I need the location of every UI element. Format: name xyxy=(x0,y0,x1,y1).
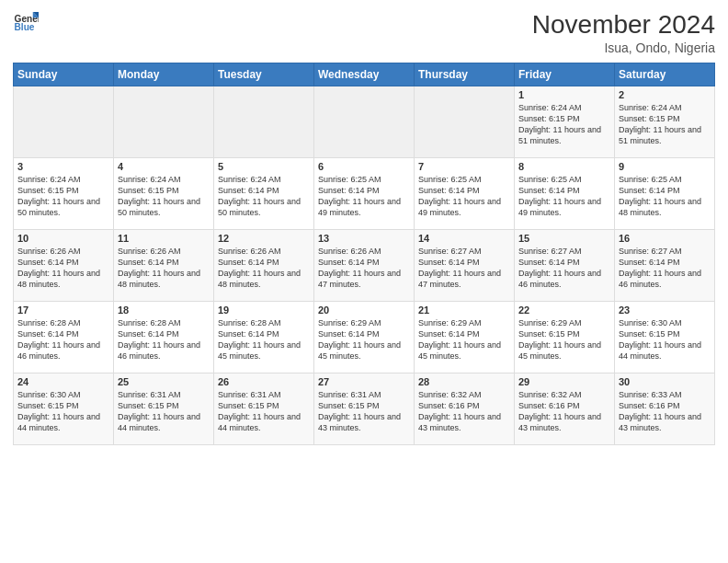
day-number: 1 xyxy=(518,89,610,100)
cell-details: Sunrise: 6:25 AMSunset: 6:14 PMDaylight:… xyxy=(518,174,610,219)
cell-details: Sunrise: 6:33 AMSunset: 6:16 PMDaylight:… xyxy=(619,389,711,434)
day-number: 6 xyxy=(318,161,410,172)
day-number: 21 xyxy=(418,304,510,316)
cell-details: Sunrise: 6:32 AMSunset: 6:16 PMDaylight:… xyxy=(418,389,510,434)
logo: General Blue xyxy=(13,9,39,35)
day-number: 27 xyxy=(318,376,410,387)
day-number: 9 xyxy=(619,161,711,172)
day-number: 22 xyxy=(518,304,610,316)
calendar-cell: 19Sunrise: 6:28 AMSunset: 6:14 PMDayligh… xyxy=(214,301,314,373)
calendar-cell: 21Sunrise: 6:29 AMSunset: 6:14 PMDayligh… xyxy=(415,301,515,373)
day-number: 19 xyxy=(218,304,310,316)
cell-details: Sunrise: 6:27 AMSunset: 6:14 PMDaylight:… xyxy=(418,246,510,291)
weekday-header-row: Sunday Monday Tuesday Wednesday Thursday… xyxy=(14,63,715,86)
day-number: 12 xyxy=(218,233,310,244)
month-year-title: November 2024 xyxy=(532,9,715,40)
cell-details: Sunrise: 6:28 AMSunset: 6:14 PMDaylight:… xyxy=(218,317,310,362)
header-wednesday: Wednesday xyxy=(314,63,415,86)
calendar-cell: 29Sunrise: 6:32 AMSunset: 6:16 PMDayligh… xyxy=(515,373,615,444)
calendar-cell: 20Sunrise: 6:29 AMSunset: 6:14 PMDayligh… xyxy=(314,301,415,373)
calendar-cell: 4Sunrise: 6:24 AMSunset: 6:15 PMDaylight… xyxy=(114,157,214,229)
calendar-cell: 16Sunrise: 6:27 AMSunset: 6:14 PMDayligh… xyxy=(615,229,715,301)
calendar-cell xyxy=(214,86,314,157)
header-monday: Monday xyxy=(114,63,214,86)
calendar-cell: 6Sunrise: 6:25 AMSunset: 6:14 PMDaylight… xyxy=(314,157,415,229)
header: General Blue November 2024 Isua, Ondo, N… xyxy=(13,9,715,55)
cell-details: Sunrise: 6:31 AMSunset: 6:15 PMDaylight:… xyxy=(118,389,210,434)
cell-details: Sunrise: 6:26 AMSunset: 6:14 PMDaylight:… xyxy=(17,246,109,291)
calendar-cell: 10Sunrise: 6:26 AMSunset: 6:14 PMDayligh… xyxy=(14,229,114,301)
day-number: 11 xyxy=(118,233,210,244)
calendar-cell: 9Sunrise: 6:25 AMSunset: 6:14 PMDaylight… xyxy=(615,157,715,229)
cell-details: Sunrise: 6:31 AMSunset: 6:15 PMDaylight:… xyxy=(218,389,310,434)
calendar-body: 1Sunrise: 6:24 AMSunset: 6:15 PMDaylight… xyxy=(14,86,715,444)
cell-details: Sunrise: 6:26 AMSunset: 6:14 PMDaylight:… xyxy=(318,246,410,291)
calendar-cell: 3Sunrise: 6:24 AMSunset: 6:15 PMDaylight… xyxy=(14,157,114,229)
day-number: 26 xyxy=(218,376,310,387)
calendar-cell xyxy=(14,86,114,157)
day-number: 25 xyxy=(118,376,210,387)
cell-details: Sunrise: 6:32 AMSunset: 6:16 PMDaylight:… xyxy=(518,389,610,434)
cell-details: Sunrise: 6:30 AMSunset: 6:15 PMDaylight:… xyxy=(619,317,711,362)
cell-details: Sunrise: 6:26 AMSunset: 6:14 PMDaylight:… xyxy=(118,246,210,291)
calendar-week-1: 1Sunrise: 6:24 AMSunset: 6:15 PMDaylight… xyxy=(14,86,715,157)
cell-details: Sunrise: 6:28 AMSunset: 6:14 PMDaylight:… xyxy=(118,317,210,362)
calendar-cell: 14Sunrise: 6:27 AMSunset: 6:14 PMDayligh… xyxy=(415,229,515,301)
cell-details: Sunrise: 6:24 AMSunset: 6:14 PMDaylight:… xyxy=(218,174,310,219)
calendar-cell: 27Sunrise: 6:31 AMSunset: 6:15 PMDayligh… xyxy=(314,373,415,444)
cell-details: Sunrise: 6:29 AMSunset: 6:15 PMDaylight:… xyxy=(518,317,610,362)
page: General Blue November 2024 Isua, Ondo, N… xyxy=(0,0,728,563)
header-thursday: Thursday xyxy=(415,63,515,86)
calendar-cell: 22Sunrise: 6:29 AMSunset: 6:15 PMDayligh… xyxy=(515,301,615,373)
day-number: 5 xyxy=(218,161,310,172)
calendar-cell: 26Sunrise: 6:31 AMSunset: 6:15 PMDayligh… xyxy=(214,373,314,444)
day-number: 4 xyxy=(118,161,210,172)
logo-icon: General Blue xyxy=(13,9,39,35)
cell-details: Sunrise: 6:30 AMSunset: 6:15 PMDaylight:… xyxy=(17,389,109,434)
day-number: 8 xyxy=(518,161,610,172)
location-subtitle: Isua, Ondo, Nigeria xyxy=(532,40,715,55)
cell-details: Sunrise: 6:25 AMSunset: 6:14 PMDaylight:… xyxy=(418,174,510,219)
day-number: 28 xyxy=(418,376,510,387)
day-number: 15 xyxy=(518,233,610,244)
day-number: 10 xyxy=(17,233,109,244)
svg-text:Blue: Blue xyxy=(15,22,35,32)
day-number: 2 xyxy=(619,89,711,100)
calendar-cell: 2Sunrise: 6:24 AMSunset: 6:15 PMDaylight… xyxy=(615,86,715,157)
calendar-cell: 17Sunrise: 6:28 AMSunset: 6:14 PMDayligh… xyxy=(14,301,114,373)
calendar-cell: 25Sunrise: 6:31 AMSunset: 6:15 PMDayligh… xyxy=(114,373,214,444)
calendar-cell: 5Sunrise: 6:24 AMSunset: 6:14 PMDaylight… xyxy=(214,157,314,229)
calendar-cell: 28Sunrise: 6:32 AMSunset: 6:16 PMDayligh… xyxy=(415,373,515,444)
calendar-cell: 23Sunrise: 6:30 AMSunset: 6:15 PMDayligh… xyxy=(615,301,715,373)
day-number: 29 xyxy=(518,376,610,387)
header-saturday: Saturday xyxy=(615,63,715,86)
calendar-week-2: 3Sunrise: 6:24 AMSunset: 6:15 PMDaylight… xyxy=(14,157,715,229)
cell-details: Sunrise: 6:26 AMSunset: 6:14 PMDaylight:… xyxy=(218,246,310,291)
calendar-header: Sunday Monday Tuesday Wednesday Thursday… xyxy=(14,63,715,86)
calendar-cell: 18Sunrise: 6:28 AMSunset: 6:14 PMDayligh… xyxy=(114,301,214,373)
cell-details: Sunrise: 6:24 AMSunset: 6:15 PMDaylight:… xyxy=(118,174,210,219)
day-number: 3 xyxy=(17,161,109,172)
calendar-week-3: 10Sunrise: 6:26 AMSunset: 6:14 PMDayligh… xyxy=(14,229,715,301)
calendar-cell: 24Sunrise: 6:30 AMSunset: 6:15 PMDayligh… xyxy=(14,373,114,444)
calendar-week-5: 24Sunrise: 6:30 AMSunset: 6:15 PMDayligh… xyxy=(14,373,715,444)
calendar-cell: 7Sunrise: 6:25 AMSunset: 6:14 PMDaylight… xyxy=(415,157,515,229)
cell-details: Sunrise: 6:24 AMSunset: 6:15 PMDaylight:… xyxy=(619,102,711,147)
calendar-cell: 12Sunrise: 6:26 AMSunset: 6:14 PMDayligh… xyxy=(214,229,314,301)
day-number: 20 xyxy=(318,304,410,316)
calendar-cell: 11Sunrise: 6:26 AMSunset: 6:14 PMDayligh… xyxy=(114,229,214,301)
cell-details: Sunrise: 6:31 AMSunset: 6:15 PMDaylight:… xyxy=(318,389,410,434)
day-number: 14 xyxy=(418,233,510,244)
calendar-cell: 13Sunrise: 6:26 AMSunset: 6:14 PMDayligh… xyxy=(314,229,415,301)
day-number: 24 xyxy=(17,376,109,387)
calendar-cell: 15Sunrise: 6:27 AMSunset: 6:14 PMDayligh… xyxy=(515,229,615,301)
cell-details: Sunrise: 6:27 AMSunset: 6:14 PMDaylight:… xyxy=(619,246,711,291)
cell-details: Sunrise: 6:24 AMSunset: 6:15 PMDaylight:… xyxy=(17,174,109,219)
cell-details: Sunrise: 6:29 AMSunset: 6:14 PMDaylight:… xyxy=(418,317,510,362)
calendar-cell xyxy=(114,86,214,157)
header-friday: Friday xyxy=(515,63,615,86)
calendar-week-4: 17Sunrise: 6:28 AMSunset: 6:14 PMDayligh… xyxy=(14,301,715,373)
calendar-cell: 30Sunrise: 6:33 AMSunset: 6:16 PMDayligh… xyxy=(615,373,715,444)
cell-details: Sunrise: 6:25 AMSunset: 6:14 PMDaylight:… xyxy=(619,174,711,219)
cell-details: Sunrise: 6:28 AMSunset: 6:14 PMDaylight:… xyxy=(17,317,109,362)
